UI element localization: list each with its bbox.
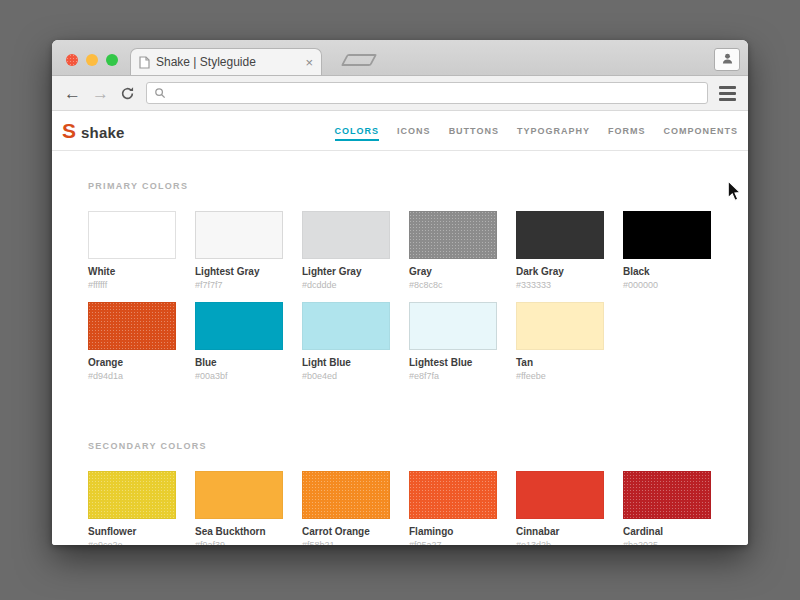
reload-button[interactable]: [120, 86, 135, 101]
swatch-card: Lightest Blue#e8f7fa: [409, 302, 497, 381]
swatch-name: Sunflower: [88, 526, 176, 537]
swatch-color-block: [516, 471, 604, 519]
nav-item-typography[interactable]: TYPOGRAPHY: [517, 111, 590, 150]
swatch-color-block: [516, 302, 604, 350]
window-controls: [66, 54, 118, 66]
user-icon: [721, 51, 734, 69]
swatch-name: Lightest Blue: [409, 357, 497, 368]
new-tab-button[interactable]: [341, 54, 377, 66]
swatch-card: Blue#00a3bf: [195, 302, 283, 381]
swatch-hex: #ffeebe: [516, 371, 604, 381]
nav-item-buttons[interactable]: BUTTONS: [449, 111, 499, 150]
swatch-hex: #b0e4ed: [302, 371, 390, 381]
swatch-color-block: [195, 211, 283, 259]
search-icon: [154, 87, 166, 99]
swatch-name: Orange: [88, 357, 176, 368]
swatch-hex: #e13d2b: [516, 540, 604, 545]
swatch-name: Cinnabar: [516, 526, 604, 537]
swatch-card: Flamingo#f05a27: [409, 471, 497, 545]
swatch-color-block: [409, 211, 497, 259]
swatch-name: Black: [623, 266, 711, 277]
styleguide-main: PRIMARY COLORSWhite#ffffffLightest Gray#…: [52, 151, 748, 545]
swatch-hex: #ffffff: [88, 280, 176, 290]
swatch-color-block: [409, 302, 497, 350]
swatch-card: Sea Buckthorn#f9af39: [195, 471, 283, 545]
swatch-name: Tan: [516, 357, 604, 368]
browser-tab[interactable]: Shake | Styleguide ×: [130, 48, 322, 75]
swatch-name: Sea Buckthorn: [195, 526, 283, 537]
color-section: SECONDARY COLORSSunflower#e9ce2eSea Buck…: [88, 441, 712, 545]
brand-name: shake: [81, 124, 125, 141]
swatch-hex: #e8f7fa: [409, 371, 497, 381]
tab-close-icon[interactable]: ×: [305, 56, 313, 69]
swatch-name: Lighter Gray: [302, 266, 390, 277]
swatch-name: Gray: [409, 266, 497, 277]
site-brand[interactable]: S shake: [62, 120, 125, 141]
swatch-name: White: [88, 266, 176, 277]
swatch-card: Orange#d94d1a: [88, 302, 176, 381]
swatch-hex: #dcddde: [302, 280, 390, 290]
swatch-hex: #ba2025: [623, 540, 711, 545]
swatch-hex: #00a3bf: [195, 371, 283, 381]
section-heading: PRIMARY COLORS: [88, 181, 712, 191]
swatch-color-block: [88, 471, 176, 519]
color-section: PRIMARY COLORSWhite#ffffffLightest Gray#…: [88, 181, 712, 381]
swatch-name: Cardinal: [623, 526, 711, 537]
swatch-card: Cardinal#ba2025: [623, 471, 711, 545]
site-nav: COLORSICONSBUTTONSTYPOGRAPHYFORMSCOMPONE…: [335, 111, 738, 150]
nav-item-colors[interactable]: COLORS: [335, 111, 380, 150]
profile-button[interactable]: [714, 48, 740, 71]
swatch-hex: #f7f7f7: [195, 280, 283, 290]
swatch-grid: Sunflower#e9ce2eSea Buckthorn#f9af39Carr…: [88, 471, 712, 545]
swatch-card: Carrot Orange#f58b21: [302, 471, 390, 545]
nav-item-forms[interactable]: FORMS: [608, 111, 646, 150]
browser-tab-strip: Shake | Styleguide ×: [52, 40, 748, 76]
tab-title: Shake | Styleguide: [156, 55, 299, 69]
swatch-card: Lightest Gray#f7f7f7: [195, 211, 283, 290]
swatch-card: Tan#ffeebe: [516, 302, 604, 381]
hamburger-menu-icon[interactable]: [719, 86, 736, 101]
swatch-card: Lighter Gray#dcddde: [302, 211, 390, 290]
swatch-name: Light Blue: [302, 357, 390, 368]
swatch-name: Blue: [195, 357, 283, 368]
swatch-hex: #333333: [516, 280, 604, 290]
swatch-hex: #e9ce2e: [88, 540, 176, 545]
back-button[interactable]: ←: [64, 85, 81, 102]
forward-button[interactable]: →: [92, 85, 109, 102]
close-window-button[interactable]: [66, 54, 78, 66]
swatch-hex: #000000: [623, 280, 711, 290]
swatch-color-block: [195, 471, 283, 519]
nav-item-icons[interactable]: ICONS: [397, 111, 431, 150]
swatch-name: Lightest Gray: [195, 266, 283, 277]
swatch-hex: #f9af39: [195, 540, 283, 545]
swatch-color-block: [302, 211, 390, 259]
site-header: S shake COLORSICONSBUTTONSTYPOGRAPHYFORM…: [52, 111, 748, 151]
swatch-color-block: [302, 471, 390, 519]
page-viewport: S shake COLORSICONSBUTTONSTYPOGRAPHYFORM…: [52, 111, 748, 545]
browser-toolbar: ← →: [52, 76, 748, 111]
swatch-color-block: [195, 302, 283, 350]
swatch-color-block: [88, 302, 176, 350]
swatch-hex: #8c8c8c: [409, 280, 497, 290]
swatch-hex: #f58b21: [302, 540, 390, 545]
swatch-color-block: [409, 471, 497, 519]
swatch-color-block: [623, 211, 711, 259]
address-bar[interactable]: [146, 82, 708, 104]
swatch-color-block: [88, 211, 176, 259]
swatch-card: Dark Gray#333333: [516, 211, 604, 290]
browser-window: Shake | Styleguide × ← →: [52, 40, 748, 545]
swatch-card: Light Blue#b0e4ed: [302, 302, 390, 381]
swatch-card: Cinnabar#e13d2b: [516, 471, 604, 545]
minimize-window-button[interactable]: [86, 54, 98, 66]
nav-item-components[interactable]: COMPONENTS: [663, 111, 738, 150]
swatch-color-block: [623, 471, 711, 519]
swatch-card: Black#000000: [623, 211, 711, 290]
desktop-background: Shake | Styleguide × ← →: [0, 0, 800, 600]
swatch-card: White#ffffff: [88, 211, 176, 290]
swatch-name: Carrot Orange: [302, 526, 390, 537]
page-favicon-icon: [139, 56, 150, 69]
address-bar-input[interactable]: [172, 86, 700, 100]
zoom-window-button[interactable]: [106, 54, 118, 66]
shake-logo-icon: S: [62, 120, 76, 141]
swatch-name: Dark Gray: [516, 266, 604, 277]
